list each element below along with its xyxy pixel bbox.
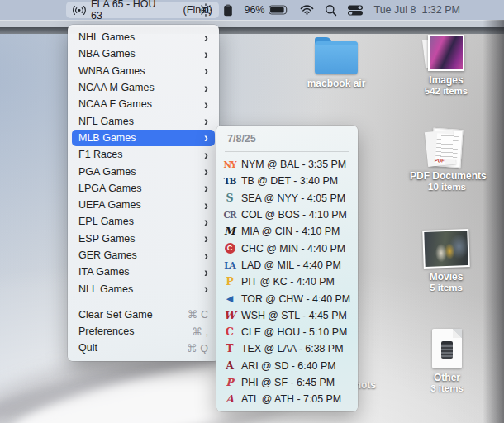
menu-item-preferences[interactable]: Preferences⌘ ,: [72, 323, 215, 340]
menu-item-lpga-games[interactable]: LPGA Games›: [72, 180, 215, 197]
game-label: MIA @ CIN - 4:10 PM: [241, 226, 340, 237]
game-row-col[interactable]: CRCOL @ BOS - 4:10 PM: [216, 207, 358, 223]
menu-item-label: NLL Games: [78, 283, 133, 295]
team-logo-icon: TB: [223, 175, 236, 187]
team-logo-icon: P: [223, 276, 236, 288]
game-label: PIT @ KC - 4:40 PM: [241, 276, 335, 288]
desktop-icon-movies[interactable]: Movies5 items: [414, 230, 478, 292]
team-logo-icon: A: [223, 393, 236, 405]
chevron-right-icon: ›: [204, 64, 208, 78]
chevron-right-icon: ›: [204, 97, 208, 111]
battery-status[interactable]: 96%: [244, 4, 289, 16]
spotlight-search-icon[interactable]: [325, 4, 337, 17]
menu-item-label: UEFA Games: [78, 199, 141, 211]
chevron-right-icon: ›: [204, 216, 208, 229]
menu-item-nfl-games[interactable]: NFL Games›: [72, 112, 215, 129]
menu-item-ncaa-f-games[interactable]: NCAA F Games›: [72, 96, 215, 112]
battery-percent: 96%: [244, 4, 264, 16]
menu-item-ita-games[interactable]: ITA Games›: [72, 264, 215, 280]
sports-games-menu: NHL Games›NBA Games›WNBA Games›NCAA M Ga…: [68, 25, 219, 361]
chevron-right-icon: ›: [204, 265, 208, 278]
desktop-icon-label: PDF Documents: [410, 170, 484, 182]
menu-bar-clock[interactable]: Tue Jul 8 1:32 PM: [373, 4, 460, 16]
menu-item-ger-games[interactable]: GER Games›: [72, 247, 215, 264]
menu-item-nll-games[interactable]: NLL Games›: [72, 280, 215, 297]
menu-item-uefa-games[interactable]: UEFA Games›: [72, 197, 215, 213]
menu-item-mlb-games[interactable]: MLB Games›: [72, 130, 215, 146]
menu-item-label: NCAA F Games: [78, 98, 152, 110]
desktop-icon-other[interactable]: Other3 items: [416, 329, 478, 393]
photo-movies-icon: [422, 229, 470, 269]
menu-item-label: PGA Games: [78, 166, 136, 178]
chevron-right-icon: ›: [204, 283, 208, 296]
team-logo-icon: C: [223, 326, 236, 338]
menu-item-wnba-games[interactable]: WNBA Games›: [72, 63, 215, 79]
screen-edge-vignette: [483, 20, 504, 423]
game-label: SEA @ NYY - 4:05 PM: [241, 192, 345, 204]
desktop-icon-macbook-air[interactable]: macbook air: [305, 36, 368, 89]
chevron-right-icon: ›: [204, 148, 208, 161]
menu-separator: [76, 302, 211, 302]
menu-item-pga-games[interactable]: PGA Games›: [72, 163, 215, 179]
menu-item-nhl-games[interactable]: NHL Games›: [72, 29, 215, 45]
chevron-right-icon: ›: [204, 115, 208, 128]
desktop-icon-label: Movies: [414, 271, 478, 283]
desktop-icon-images[interactable]: Images542 items: [415, 35, 478, 96]
menu-item-label: Clear Set Game: [78, 309, 153, 321]
game-row-sea[interactable]: SSEA @ NYY - 4:05 PM: [216, 190, 358, 207]
game-row-tor[interactable]: ◀TOR @ CHW - 4:40 PM: [216, 290, 358, 307]
menu-item-label: EPL Games: [78, 216, 134, 227]
menu-item-label: F1 Races: [78, 149, 123, 160]
desktop-icon-count: 542 items: [415, 86, 478, 96]
game-row-atl[interactable]: AATL @ ATH - 7:05 PM: [216, 391, 358, 407]
brightness-icon[interactable]: [199, 3, 212, 17]
game-label: TEX @ LAA - 6:38 PM: [241, 343, 343, 354]
menu-bar: FLA 65 - HOU 63 (Final) 96%: [0, 0, 504, 20]
menu-item-ncaa-m-games[interactable]: NCAA M Games›: [72, 79, 215, 96]
folder-icon: [315, 41, 358, 74]
clipboard-icon[interactable]: [223, 4, 233, 17]
game-row-chc[interactable]: CCHC @ MIN - 4:40 PM: [216, 240, 358, 256]
status-item-scores[interactable]: FLA 65 - HOU 63 (Final): [66, 2, 219, 18]
desktop-icon-pdf[interactable]: PDFPDF Documents10 items: [410, 129, 484, 192]
menu-item-label: LPGA Games: [78, 183, 141, 194]
chevron-right-icon: ›: [204, 81, 208, 94]
clock-time: 1:32 PM: [421, 4, 460, 16]
game-label: WSH @ STL - 4:45 PM: [241, 310, 347, 321]
menu-item-label: MLB Games: [78, 132, 136, 144]
game-row-phi[interactable]: PPHI @ SF - 6:45 PM: [216, 374, 358, 391]
broadcast-icon: [73, 5, 86, 16]
game-row-pit[interactable]: PPIT @ KC - 4:40 PM: [216, 273, 358, 290]
chevron-right-icon: ›: [204, 48, 208, 61]
menu-item-nba-games[interactable]: NBA Games›: [72, 45, 215, 62]
game-row-cle[interactable]: CCLE @ HOU - 5:10 PM: [216, 324, 358, 340]
desktop-icon-count: 10 items: [410, 182, 484, 192]
game-label: CLE @ HOU - 5:10 PM: [241, 326, 347, 338]
game-row-tex[interactable]: TTEX @ LAA - 6:38 PM: [216, 340, 358, 357]
game-row-lad[interactable]: LALAD @ MIL - 4:40 PM: [216, 257, 358, 273]
team-logo-icon: ◀: [223, 293, 236, 305]
status-score-text: FLA 65 - HOU 63: [91, 0, 170, 21]
game-row-nym[interactable]: NYNYM @ BAL - 3:35 PM: [216, 156, 358, 173]
menu-item-label: GER Games: [78, 250, 137, 261]
menu-item-clear-set-game[interactable]: Clear Set Game⌘ C: [72, 307, 215, 323]
menu-item-epl-games[interactable]: EPL Games›: [72, 213, 215, 230]
team-logo-icon: P: [223, 377, 236, 388]
photo-images-icon: [428, 35, 464, 71]
game-row-mia[interactable]: MMIA @ CIN - 4:10 PM: [216, 223, 358, 240]
menu-item-esp-games[interactable]: ESP Games›: [72, 231, 215, 247]
team-logo-icon: W: [223, 310, 236, 321]
game-label: TB @ DET - 3:40 PM: [241, 175, 338, 187]
menu-item-f1-races[interactable]: F1 Races›: [72, 146, 215, 163]
menu-item-label: Preferences: [78, 326, 134, 337]
game-row-wsh[interactable]: WWSH @ STL - 4:45 PM: [216, 307, 358, 324]
team-logo-icon: CR: [223, 209, 236, 221]
game-label: PHI @ SF - 6:45 PM: [241, 377, 335, 388]
team-logo-icon: C: [225, 243, 235, 254]
game-row-tb[interactable]: TBTB @ DET - 3:40 PM: [216, 173, 358, 189]
control-center-icon[interactable]: [348, 5, 363, 16]
game-row-ari[interactable]: AARI @ SD - 6:40 PM: [216, 358, 358, 374]
desktop-icon-label: macbook air: [305, 78, 368, 89]
wifi-icon[interactable]: [300, 5, 314, 15]
menu-item-quit[interactable]: Quit⌘ Q: [72, 340, 215, 356]
